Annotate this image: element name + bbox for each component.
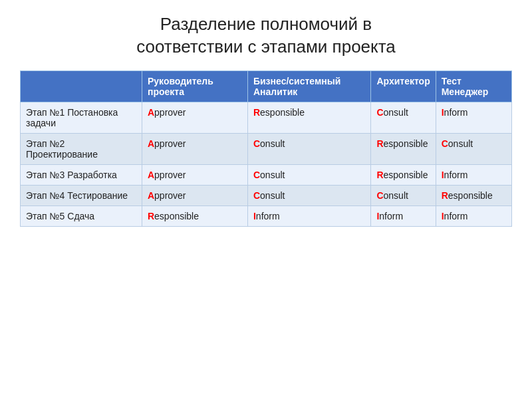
cell-value: Consult (371, 102, 436, 133)
cell-value: Responsible (371, 133, 436, 164)
cell-value: Consult (247, 185, 370, 205)
cell-value: Consult (247, 133, 370, 164)
row-label: Этап №4 Тестирование (21, 185, 142, 205)
table-row: Этап №1 Постановка задачиApproverRespons… (21, 102, 512, 133)
header-col2: Бизнес/системный Аналитик (247, 70, 370, 102)
cell-value: Responsible (436, 185, 511, 205)
header-col3: Архитектор (371, 70, 436, 102)
header-col1: Руководитель проекта (142, 70, 247, 102)
cell-value: Inform (436, 205, 511, 226)
cell-value: Approver (142, 185, 247, 205)
cell-value: Responsible (142, 205, 247, 226)
row-label: Этап №1 Постановка задачи (21, 102, 142, 133)
page-title: Разделение полномочий в соответствии с э… (136, 13, 396, 59)
cell-value: Approver (142, 102, 247, 133)
cell-value: Consult (436, 133, 511, 164)
table-row: Этап №5 СдачаResponsibleInformInformInfo… (21, 205, 512, 226)
table-row: Этап №2 ПроектированиеApproverConsultRes… (21, 133, 512, 164)
table-row: Этап №3 РазработкаApproverConsultRespons… (21, 164, 512, 185)
cell-value: Inform (247, 205, 370, 226)
cell-value: Approver (142, 133, 247, 164)
cell-value: Inform (371, 205, 436, 226)
cell-value: Responsible (371, 164, 436, 185)
cell-value: Consult (371, 185, 436, 205)
raci-table: Руководитель проекта Бизнес/системный Ан… (20, 70, 512, 227)
header-col0 (21, 70, 142, 102)
row-label: Этап №5 Сдача (21, 205, 142, 226)
row-label: Этап №2 Проектирование (21, 133, 142, 164)
cell-value: Approver (142, 164, 247, 185)
table-row: Этап №4 ТестированиеApproverConsultConsu… (21, 185, 512, 205)
cell-value: Inform (436, 102, 511, 133)
cell-value: Consult (247, 164, 370, 185)
row-label: Этап №3 Разработка (21, 164, 142, 185)
header-col4: Тест Менеджер (436, 70, 511, 102)
cell-value: Responsible (247, 102, 370, 133)
cell-value: Inform (436, 164, 511, 185)
